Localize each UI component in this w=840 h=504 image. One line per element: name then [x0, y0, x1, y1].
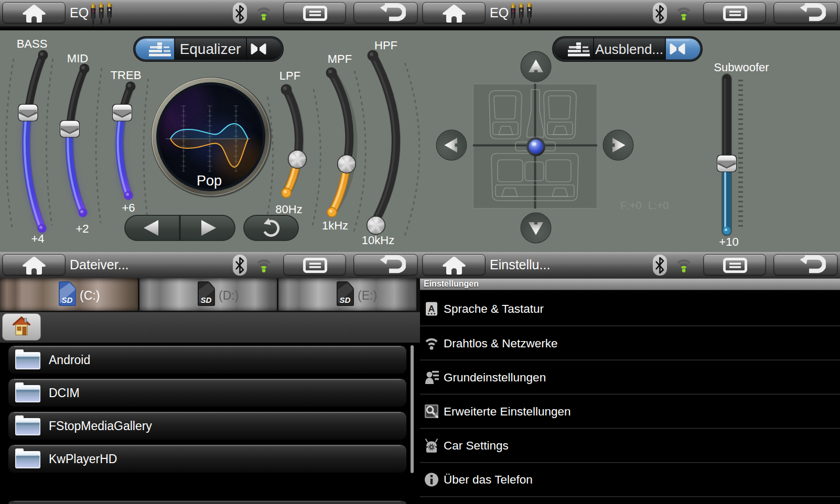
svg-text:Erweiterte Einstellungen: Erweiterte Einstellungen	[444, 405, 571, 418]
svg-text:Sprache & Tastatur: Sprache & Tastatur	[444, 302, 544, 315]
svg-text:Pop: Pop	[197, 173, 222, 189]
svg-text:+10: +10	[719, 235, 738, 248]
svg-text:80Hz: 80Hz	[275, 203, 302, 216]
svg-text:+2: +2	[76, 222, 89, 235]
svg-text:F:+0: F:+0	[620, 200, 642, 211]
svg-text:+6: +6	[122, 201, 135, 214]
svg-text:+4: +4	[31, 232, 44, 245]
svg-text:1kHz: 1kHz	[322, 219, 348, 232]
svg-text:KwPlayerHD: KwPlayerHD	[49, 452, 117, 466]
svg-text:Drahtlos & Netzwerke: Drahtlos & Netzwerke	[444, 337, 558, 350]
svg-text:MID: MID	[67, 52, 88, 65]
svg-text:L:+0: L:+0	[648, 200, 669, 211]
svg-text:Über das Telefon: Über das Telefon	[444, 473, 533, 486]
svg-text:Grundeinstellungen: Grundeinstellungen	[444, 371, 546, 384]
svg-text:10kHz: 10kHz	[362, 234, 394, 247]
svg-text:Equalizer: Equalizer	[180, 41, 241, 57]
svg-text:Car Settings: Car Settings	[444, 439, 509, 452]
svg-text:MPF: MPF	[328, 52, 352, 65]
svg-text:BASS: BASS	[17, 37, 48, 50]
svg-text:Android: Android	[49, 353, 90, 367]
svg-text:HPF: HPF	[374, 39, 397, 52]
svg-text:Subwoofer: Subwoofer	[714, 61, 769, 74]
svg-text:DCIM: DCIM	[49, 386, 80, 400]
svg-text:TREB: TREB	[111, 69, 142, 82]
svg-text:Ausblend...: Ausblend...	[595, 41, 663, 57]
svg-text:FStopMediaGallery: FStopMediaGallery	[49, 419, 152, 433]
svg-text:LPF: LPF	[279, 69, 300, 82]
svg-text:A: A	[428, 304, 435, 314]
